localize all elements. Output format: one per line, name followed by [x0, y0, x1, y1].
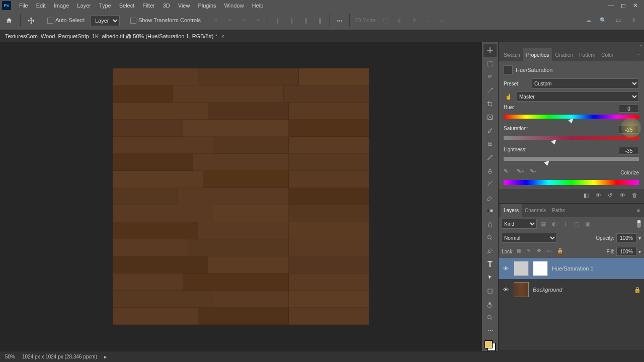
search-icon[interactable]: 🔍 [599, 16, 608, 25]
hue-slider[interactable] [504, 115, 639, 122]
type-tool[interactable]: T [484, 258, 497, 271]
opacity-input[interactable] [616, 233, 636, 242]
menu-view[interactable]: View [174, 3, 194, 9]
fill-input[interactable] [616, 247, 636, 256]
layer-visibility-icon[interactable]: 👁 [502, 287, 510, 293]
menu-layer[interactable]: Layer [73, 3, 95, 9]
layer-row[interactable]: 👁 ◐ Hue/Saturation 1 [499, 258, 644, 279]
lasso-tool[interactable] [484, 71, 497, 83]
targeted-adjustment-icon[interactable]: ☝ [504, 92, 514, 102]
canvas-area[interactable] [0, 42, 482, 351]
layer-locked-icon[interactable]: 🔒 [634, 287, 641, 293]
filter-kind-select[interactable]: Kind [502, 219, 537, 229]
delete-adjustment-icon[interactable]: 🗑 [632, 192, 640, 200]
eyedropper-add-icon[interactable]: ✎+ [517, 168, 526, 177]
align-top-icon[interactable]: ‖ [273, 16, 282, 25]
tab-layers[interactable]: Layers [501, 204, 522, 217]
menu-plugins[interactable]: Plugins [194, 3, 220, 9]
layer-name[interactable]: Background [533, 287, 630, 293]
auto-select-checkbox[interactable]: Auto-Select: [47, 17, 86, 24]
reset-icon[interactable]: ↺ [608, 192, 616, 200]
frame-tool[interactable] [484, 111, 497, 124]
lock-image-icon[interactable]: ✎ [527, 248, 534, 255]
status-chevron-icon[interactable]: ▸ [104, 354, 107, 359]
eyedropper-tool[interactable] [484, 125, 497, 137]
tab-gradients[interactable]: Gradien [552, 48, 576, 61]
brush-tool[interactable] [484, 151, 497, 164]
lock-all-icon[interactable]: 🔒 [557, 248, 564, 255]
distribute-v-icon[interactable]: ‖ [315, 16, 325, 25]
panel-menu-icon[interactable]: ≡ [633, 48, 644, 61]
layer-visibility-icon[interactable]: 👁 [502, 265, 510, 272]
layers-panel-menu-icon[interactable]: ≡ [633, 204, 644, 217]
opacity-chevron-icon[interactable]: ▾ [638, 235, 641, 241]
color-swatches[interactable] [485, 340, 496, 351]
filter-shape-icon[interactable]: ▢ [572, 219, 581, 228]
filter-pixel-icon[interactable]: ▦ [539, 219, 548, 228]
layer-mask-thumb[interactable] [533, 261, 548, 276]
document-tab[interactable]: TexturesCom_Wood_ParquetStrip_1K_albedo.… [0, 30, 229, 42]
colorize-checkbox[interactable]: Colorize [618, 170, 639, 175]
lock-artboard-icon[interactable]: ▭ [547, 248, 554, 255]
menu-help[interactable]: Help [248, 3, 268, 9]
menu-filter[interactable]: Filter [138, 3, 158, 9]
filter-type-icon[interactable]: T [561, 219, 570, 228]
align-center-h-icon[interactable]: ≡ [225, 16, 234, 25]
lightness-slider[interactable] [504, 157, 639, 164]
close-tab-icon[interactable]: × [221, 33, 224, 39]
layer-row[interactable]: 👁 Background 🔒 [499, 279, 644, 300]
show-transform-checkbox[interactable]: Show Transform Controls [130, 17, 201, 24]
edit-toolbar-icon[interactable]: ⋯ [484, 325, 497, 337]
menu-3d[interactable]: 3D [159, 3, 174, 9]
history-brush-tool[interactable] [484, 178, 497, 191]
zoom-level[interactable]: 50% [5, 354, 15, 359]
align-right-icon[interactable]: ≡ [239, 16, 249, 25]
eraser-tool[interactable] [484, 192, 497, 204]
fill-chevron-icon[interactable]: ▾ [638, 249, 641, 254]
align-left-icon[interactable]: ≡ [211, 16, 220, 25]
menu-select[interactable]: Select [115, 3, 139, 9]
menu-file[interactable]: File [15, 3, 32, 9]
path-selection-tool[interactable] [484, 272, 497, 284]
menu-type[interactable]: Type [95, 3, 115, 9]
lightness-input[interactable] [619, 147, 639, 155]
layer-thumb-adjustment[interactable]: ◐ [514, 261, 529, 276]
tab-properties[interactable]: Properties [523, 48, 552, 61]
crop-tool[interactable] [484, 98, 497, 110]
move-tool[interactable] [484, 44, 497, 57]
view-previous-icon[interactable]: 👁 [596, 192, 604, 200]
lock-position-icon[interactable]: ✥ [537, 248, 544, 255]
layer-thumb-background[interactable] [514, 282, 529, 297]
window-restore-icon[interactable]: ◻ [621, 2, 626, 9]
distribute-h-icon[interactable]: ≡ [254, 16, 263, 25]
workspace-icon[interactable]: ▭ [614, 16, 623, 25]
saturation-slider[interactable] [504, 136, 639, 143]
auto-select-target[interactable]: Layer [91, 15, 120, 26]
tab-patterns[interactable]: Pattern [576, 48, 598, 61]
blend-mode-select[interactable]: Normal [502, 233, 557, 243]
window-close-icon[interactable]: ✕ [633, 2, 638, 9]
magic-wand-tool[interactable] [484, 84, 497, 97]
zoom-tool[interactable] [484, 312, 497, 324]
channel-select[interactable]: Master [517, 92, 639, 102]
clone-stamp-tool[interactable] [484, 164, 497, 177]
gradient-tool[interactable] [484, 205, 497, 217]
marquee-tool[interactable] [484, 58, 497, 70]
menu-edit[interactable]: Edit [32, 3, 50, 9]
preset-select[interactable]: Custom [532, 78, 639, 88]
share-icon[interactable]: ⇪ [629, 16, 638, 25]
cloud-docs-icon[interactable]: ☁ [584, 16, 593, 25]
align-bottom-icon[interactable]: ‖ [301, 16, 310, 25]
eyedropper-subtract-icon[interactable]: ✎- [530, 168, 539, 177]
dodge-tool[interactable] [484, 231, 497, 244]
pen-tool[interactable] [484, 245, 497, 257]
filter-smart-icon[interactable]: ▣ [583, 219, 592, 228]
shape-tool[interactable] [484, 285, 497, 298]
tab-channels[interactable]: Channels [522, 204, 549, 217]
filter-adjustment-icon[interactable]: ◐ [550, 219, 559, 228]
filter-toggle[interactable] [637, 220, 641, 228]
doc-dimensions[interactable]: 1024 px x 1024 px (28.346 ppcm) [22, 354, 97, 359]
saturation-input[interactable] [619, 126, 639, 134]
menu-image[interactable]: Image [50, 3, 73, 9]
menu-window[interactable]: Window [220, 3, 248, 9]
